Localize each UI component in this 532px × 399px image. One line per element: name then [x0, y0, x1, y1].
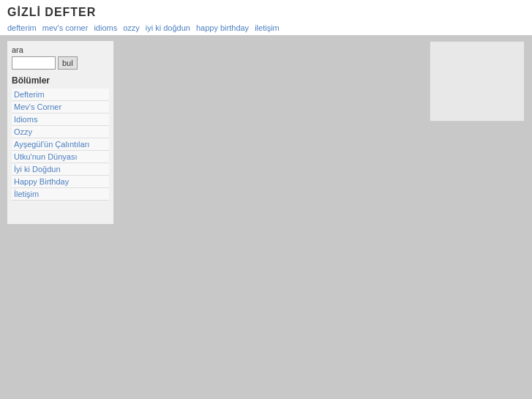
nav-happy-birthday[interactable]: happy birthday — [196, 23, 249, 32]
section-list-item[interactable]: İletişim — [12, 188, 109, 201]
search-label: ara — [12, 45, 109, 54]
sections-title: Bölümler — [12, 75, 109, 86]
site-title: GİZLİ DEFTER — [7, 6, 96, 18]
nav-idioms[interactable]: idioms — [94, 23, 117, 32]
section-list-item[interactable]: Idioms — [12, 113, 109, 126]
section-list-item[interactable]: Happy Birthday — [12, 176, 109, 188]
main-content: ara bul Bölümler DefterimMev's CornerIdi… — [0, 35, 532, 230]
nav-mevs-corner[interactable]: mev's corner — [42, 23, 89, 32]
section-list-item[interactable]: Ayşegül'ün Çalıntıları — [12, 138, 109, 151]
nav-ozzy[interactable]: ozzy — [123, 23, 140, 32]
section-list: DefterimMev's CornerIdiomsOzzyAyşegül'ün… — [12, 89, 109, 201]
header: GİZLİ DEFTER — [0, 0, 532, 22]
section-list-item[interactable]: Defterim — [12, 89, 109, 101]
image-placeholder — [430, 41, 525, 122]
search-input[interactable] — [12, 56, 56, 70]
nav-iyi-ki-dogdun[interactable]: iyi ki doğdun — [146, 23, 190, 32]
nav-iletisim[interactable]: iletişim — [255, 23, 280, 32]
nav-bar: defterimmev's corneridiomsozzyiyi ki doğ… — [0, 22, 532, 35]
search-section: ara bul — [12, 45, 109, 70]
search-button[interactable]: bul — [58, 56, 78, 70]
nav-defterim[interactable]: defterim — [7, 23, 37, 32]
section-list-item[interactable]: Ozzy — [12, 126, 109, 138]
content-area — [121, 41, 525, 224]
section-list-item[interactable]: İyi ki Doğdun — [12, 163, 109, 176]
section-list-item[interactable]: Utku'nun Dünyası — [12, 151, 109, 163]
section-list-item[interactable]: Mev's Corner — [12, 101, 109, 113]
search-row: bul — [12, 56, 109, 70]
sidebar: ara bul Bölümler DefterimMev's CornerIdi… — [7, 41, 113, 224]
page-wrapper: GİZLİ DEFTER defterimmev's corneridiomso… — [0, 0, 532, 399]
